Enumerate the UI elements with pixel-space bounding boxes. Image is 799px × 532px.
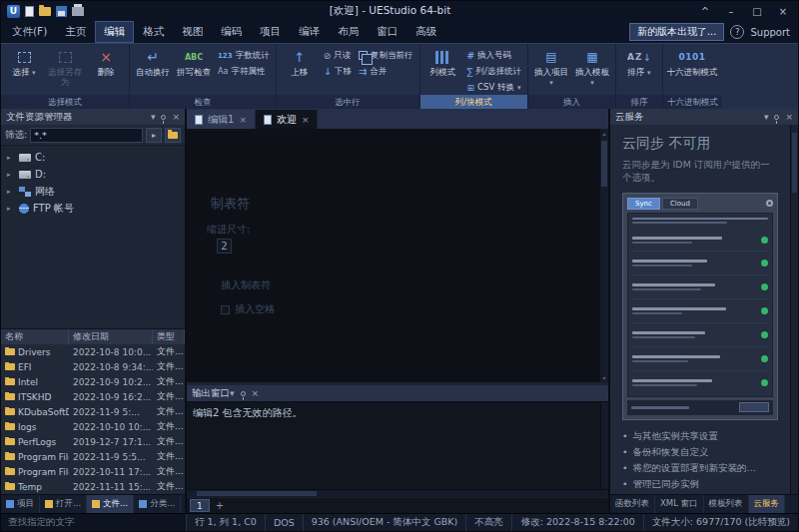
move-down-button[interactable]: ↓ 下移 (321, 64, 355, 79)
select-button[interactable]: 选择 ▾ (4, 46, 44, 92)
open-file-icon[interactable] (39, 7, 51, 16)
spell-check-button[interactable]: ABC 拼写检查 (174, 46, 214, 92)
column-name[interactable]: 名称 (1, 329, 69, 344)
tab-function-list[interactable]: 函数列表 (610, 495, 655, 513)
tree-item-network[interactable]: ▸ 网络 (1, 183, 185, 200)
output-message[interactable]: 编辑2 包含无效的路径。 (187, 402, 608, 424)
join-lines-button[interactable]: ⇉ 合并 (356, 64, 416, 79)
pin-icon[interactable] (161, 115, 166, 120)
panel-menu-icon[interactable]: ▾ (764, 112, 769, 122)
tree-item-d-drive[interactable]: ▸ D: (1, 166, 185, 183)
tab-close-icon[interactable]: × (302, 115, 310, 125)
ribbon-collapse-icon[interactable]: ^ (692, 2, 718, 20)
status-encoding[interactable]: 936 (ANSI/OEM - 简体中文 GBK) (304, 514, 466, 531)
panel-menu-icon[interactable]: ▾ (230, 388, 235, 398)
cloud-vertical-scrollbar[interactable] (790, 125, 798, 494)
tab-classes[interactable]: 分类... (134, 495, 181, 513)
checkbox-icon[interactable] (221, 305, 230, 314)
print-icon[interactable] (72, 7, 84, 16)
insert-project-button[interactable]: ▤ 插入项目 ▾ (531, 46, 571, 92)
minimize-button[interactable]: – (718, 2, 744, 20)
sort-button[interactable]: AZ ↓ 排序 ▾ (619, 46, 659, 92)
file-row[interactable]: EFI 2022-10-8 9:34:...文件... (1, 359, 185, 374)
maximize-button[interactable]: □ (744, 2, 770, 20)
tab-xml-window[interactable]: XML 窗口 (655, 495, 704, 513)
status-highlight-mode[interactable]: 不高亮 (466, 514, 512, 531)
word-wrap-button[interactable]: ↵ 自动换行 (133, 46, 173, 92)
new-file-icon[interactable] (25, 6, 34, 17)
scroll-down-icon[interactable]: ▾ (600, 374, 608, 381)
word-count-button[interactable]: 123 字数统计 (215, 48, 273, 63)
menu-tab-encoding[interactable]: 编码 (212, 21, 251, 43)
file-row[interactable]: logs 2022-10-10 10:...文件... (1, 419, 185, 434)
menu-tab-build[interactable]: 编译 (290, 21, 329, 43)
scrollbar-thumb[interactable] (792, 133, 797, 193)
menu-tab-window[interactable]: 窗口 (368, 21, 406, 43)
duplicate-line-button[interactable]: 复制当前行 (356, 48, 416, 63)
editor-tab-edit1[interactable]: 编辑1 × (187, 110, 256, 129)
tab-close-icon[interactable]: × (239, 115, 247, 125)
tree-item-c-drive[interactable]: ▸ C: (1, 149, 185, 166)
filter-input[interactable] (30, 128, 143, 143)
scrollbar-thumb[interactable] (197, 491, 317, 496)
file-row[interactable]: PerfLogs 2019-12-7 17:1...文件... (1, 434, 185, 449)
menu-tab-format[interactable]: 格式 (134, 21, 173, 43)
delete-button[interactable]: × 删除 (86, 46, 126, 92)
file-row[interactable]: KDubaSoftD... 2022-11-9 5:...文件... (1, 404, 185, 419)
close-button[interactable]: × (770, 2, 796, 20)
status-line-ending[interactable]: DOS (266, 514, 304, 531)
panel-menu-icon[interactable]: ▾ (151, 112, 156, 122)
editor-vertical-scrollbar[interactable]: ▴ ▾ (599, 129, 608, 382)
expand-icon[interactable]: ▸ (7, 188, 15, 196)
filter-browse-button[interactable] (165, 128, 181, 143)
help-icon[interactable]: ? (730, 25, 744, 39)
status-find-box[interactable]: 查找指定的文字 (1, 514, 187, 531)
save-selection-as-button[interactable]: 选择另存为 (45, 46, 85, 92)
insert-tabs-option[interactable]: 插入制表符 (221, 278, 271, 292)
scroll-up-icon[interactable]: ▴ (600, 130, 608, 137)
tab-project[interactable]: 项目 (1, 495, 40, 513)
insert-template-button[interactable]: ▦ 插入模板 ▾ (572, 46, 612, 92)
expand-icon[interactable]: ▸ (7, 205, 15, 213)
support-button[interactable]: Support (750, 27, 790, 38)
panel-close-icon[interactable]: × (172, 112, 180, 122)
column-date[interactable]: 修改日期 (69, 329, 153, 344)
menu-tab-file[interactable]: 文件(F) (3, 21, 56, 43)
char-properties-button[interactable]: Aa 字符属性 (215, 64, 273, 79)
editor-tab-welcome[interactable]: 欢迎 × (256, 110, 319, 129)
update-notification[interactable]: 新的版本出现了... (629, 23, 725, 41)
menu-tab-view[interactable]: 视图 (173, 21, 212, 43)
tab-open-files[interactable]: 打开... (40, 495, 87, 513)
file-row[interactable]: Program Files 2022-11-9 5:5...文件... (1, 449, 185, 464)
output-add-tab-button[interactable]: + (212, 500, 228, 511)
tab-cloud-services[interactable]: 云服务 (749, 495, 786, 513)
file-row[interactable]: Program File... 2022-10-11 17:...文件... (1, 464, 185, 479)
save-icon[interactable] (56, 6, 67, 17)
indent-size-field[interactable]: 2 (217, 239, 232, 254)
column-stats-button[interactable]: ∑ 列/选择统计 (464, 64, 524, 79)
csv-convert-button[interactable]: ⊞ CSV 转换 ▾ (464, 80, 524, 95)
output-horizontal-scrollbar[interactable] (187, 489, 608, 497)
expand-icon[interactable]: ▸ (7, 154, 15, 162)
expand-icon[interactable]: ▸ (7, 171, 15, 179)
file-row[interactable]: ITSKHD 2022-10-9 16:2...文件... (1, 389, 185, 404)
panel-close-icon[interactable]: × (252, 388, 260, 398)
menu-tab-home[interactable]: 主页 (56, 21, 95, 43)
pin-icon[interactable] (241, 391, 246, 396)
tab-template-list[interactable]: 模板列表 (704, 495, 749, 513)
menu-tab-advanced[interactable]: 高级 (406, 21, 445, 43)
hex-mode-button[interactable]: 0101 十六进制模式 (666, 46, 718, 92)
file-row[interactable]: Drivers 2022-10-8 10:0...文件... (1, 344, 185, 359)
output-vertical-scrollbar[interactable] (600, 402, 608, 489)
menu-tab-layout[interactable]: 布局 (329, 21, 368, 43)
insert-spaces-option[interactable]: 插入空格 (221, 302, 275, 316)
move-up-button[interactable]: ↑ 上移 (280, 46, 320, 92)
output-tab-1[interactable]: 1 (190, 499, 210, 512)
panel-close-icon[interactable]: × (785, 112, 793, 122)
file-row[interactable]: Intel 2022-10-9 10:2...文件... (1, 374, 185, 389)
insert-number-button[interactable]: # 插入号码 (464, 48, 524, 63)
filter-apply-button[interactable]: ▸ (146, 128, 162, 143)
tree-item-ftp[interactable]: ▸ FTP 帐号 (1, 200, 185, 217)
tab-file-explorer[interactable]: 文件... (87, 495, 134, 513)
read-only-button[interactable]: ⊘ 只读 (321, 48, 355, 63)
